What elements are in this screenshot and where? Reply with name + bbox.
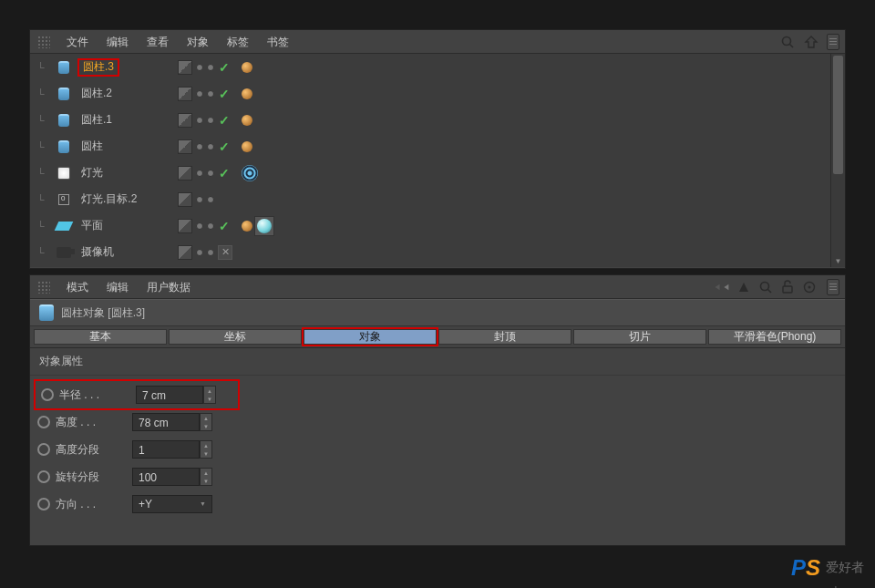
object-tree[interactable]: └圆柱.3✓└圆柱.2✓└圆柱.1✓└圆柱✓└灯光✓└灯光.目标.2└平面✓└摄…	[30, 54, 830, 267]
visibility-editor-icon[interactable]	[196, 90, 203, 98]
panel-handle-icon[interactable]	[827, 34, 839, 50]
tree-row-lighttarget[interactable]: └灯光.目标.2	[30, 186, 830, 212]
visibility-render-icon[interactable]	[207, 196, 214, 203]
visibility-editor-icon[interactable]	[196, 196, 203, 203]
visibility-editor-icon[interactable]	[196, 143, 203, 150]
visibility-render-icon[interactable]	[207, 90, 214, 98]
anim-toggle-icon[interactable]	[37, 470, 50, 483]
radius-spinner[interactable]: ▲▼	[203, 386, 216, 404]
scroll-down-icon[interactable]: ▼	[831, 254, 845, 267]
phong-tag-icon[interactable]	[242, 62, 252, 73]
visibility-render-icon[interactable]	[207, 64, 214, 71]
chevron-down-icon: ▼	[200, 495, 206, 513]
anim-toggle-icon[interactable]	[37, 416, 50, 428]
visibility-editor-icon[interactable]	[196, 249, 203, 256]
layer-icon[interactable]	[178, 245, 192, 260]
tree-row-cyl2[interactable]: └圆柱.2✓	[30, 80, 830, 107]
height-input[interactable]: 78 cm	[132, 413, 200, 431]
phong-tag-icon[interactable]	[242, 115, 252, 126]
radius-input[interactable]: 7 cm	[136, 386, 203, 404]
grid-icon[interactable]	[36, 36, 52, 48]
layer-icon[interactable]	[178, 113, 192, 128]
menu-objects[interactable]: 对象	[178, 30, 218, 54]
enabled-check-icon[interactable]: ✓	[218, 113, 231, 128]
tree-item-name[interactable]: 平面	[77, 217, 178, 235]
tree-row-plane[interactable]: └平面✓	[30, 212, 830, 239]
anim-toggle-icon[interactable]	[37, 498, 50, 511]
menu-edit[interactable]: 编辑	[98, 30, 138, 54]
tab-basic[interactable]: 基本	[34, 329, 167, 345]
visibility-render-icon[interactable]	[207, 222, 214, 230]
visibility-render-icon[interactable]	[207, 249, 214, 256]
anim-toggle-icon[interactable]	[41, 388, 54, 401]
menu-file[interactable]: 文件	[57, 30, 98, 54]
phong-tag-icon[interactable]	[242, 141, 252, 152]
scroll-thumb[interactable]	[833, 56, 843, 174]
visibility-editor-icon[interactable]	[196, 222, 203, 230]
tree-row-cyl1[interactable]: └圆柱.1✓	[30, 107, 830, 133]
scrollbar-vertical[interactable]: ▲ ▼	[830, 54, 845, 267]
visibility-editor-icon[interactable]	[196, 117, 203, 124]
rseg-spinner[interactable]: ▲▼	[200, 468, 212, 486]
tree-item-name[interactable]: 圆柱	[77, 138, 178, 156]
tab-object[interactable]: 对象	[304, 329, 437, 345]
hseg-spinner[interactable]: ▲▼	[200, 440, 212, 459]
home-icon[interactable]	[801, 32, 821, 52]
search-icon[interactable]	[757, 279, 774, 295]
direction-select[interactable]: +Y ▼	[132, 495, 212, 513]
search-icon[interactable]	[777, 32, 798, 52]
grid-icon[interactable]	[36, 281, 52, 294]
layer-icon[interactable]	[178, 166, 192, 181]
menu-edit[interactable]: 编辑	[98, 275, 138, 299]
rseg-input[interactable]: 100	[132, 468, 200, 486]
menu-userdata[interactable]: 用户数据	[138, 275, 200, 299]
enabled-check-icon[interactable]: ✓	[218, 87, 231, 101]
hseg-input[interactable]: 1	[132, 440, 200, 459]
visibility-render-icon[interactable]	[207, 117, 214, 124]
visibility-render-icon[interactable]	[207, 143, 214, 150]
tree-row-cam[interactable]: └摄像机✕	[30, 239, 830, 265]
tab-coord[interactable]: 坐标	[169, 329, 302, 345]
tree-row-cyl3[interactable]: └圆柱.3✓	[30, 54, 830, 80]
tree-item-name[interactable]: 圆柱.3	[77, 58, 178, 77]
enabled-check-icon[interactable]: ✓	[218, 60, 231, 75]
panel-handle-icon[interactable]	[827, 279, 839, 295]
enabled-check-icon[interactable]: ✓	[218, 166, 231, 181]
visibility-editor-icon[interactable]	[196, 170, 203, 177]
visibility-render-icon[interactable]	[207, 170, 214, 177]
target-tag-icon[interactable]	[242, 165, 258, 181]
phong-tag-icon[interactable]	[242, 88, 252, 99]
menu-bookmarks[interactable]: 书签	[258, 30, 298, 54]
phong-tag-icon[interactable]	[242, 221, 252, 232]
tree-item-name[interactable]: 圆柱.1	[77, 111, 178, 129]
tree-row-cyl0[interactable]: └圆柱✓	[30, 133, 830, 160]
layer-icon[interactable]	[178, 87, 192, 101]
menu-view[interactable]: 查看	[138, 30, 178, 54]
tree-row-light[interactable]: └灯光✓	[30, 160, 830, 186]
material-tag-icon[interactable]	[254, 216, 274, 236]
tree-item-name[interactable]: 圆柱.2	[77, 85, 178, 103]
new-icon[interactable]	[801, 279, 818, 295]
lock-icon[interactable]	[779, 279, 796, 295]
enabled-check-icon[interactable]: ✓	[218, 139, 231, 154]
tab-slice[interactable]: 切片	[573, 329, 706, 345]
layer-icon[interactable]	[178, 60, 192, 75]
tags-cell	[242, 115, 252, 126]
menu-tags[interactable]: 标签	[218, 30, 258, 54]
visibility-editor-icon[interactable]	[196, 64, 203, 71]
enabled-check-icon[interactable]: ✓	[218, 219, 231, 233]
layer-icon[interactable]	[178, 139, 192, 154]
tree-item-name[interactable]: 灯光	[77, 164, 178, 182]
anim-toggle-icon[interactable]	[37, 443, 50, 456]
layer-icon[interactable]	[178, 192, 192, 207]
height-spinner[interactable]: ▲▼	[200, 413, 212, 431]
expand-icon[interactable]: ✕	[218, 245, 232, 260]
menu-mode[interactable]: 模式	[57, 275, 98, 299]
layer-icon[interactable]	[178, 219, 192, 233]
tab-cap[interactable]: 封顶	[438, 329, 571, 345]
tree-item-name[interactable]: 摄像机	[77, 243, 178, 262]
tab-phong[interactable]: 平滑着色(Phong)	[708, 329, 841, 345]
nav-up-icon[interactable]	[736, 279, 752, 295]
tree-item-name[interactable]: 灯光.目标.2	[77, 191, 178, 209]
nav-back-icon[interactable]	[714, 279, 730, 295]
